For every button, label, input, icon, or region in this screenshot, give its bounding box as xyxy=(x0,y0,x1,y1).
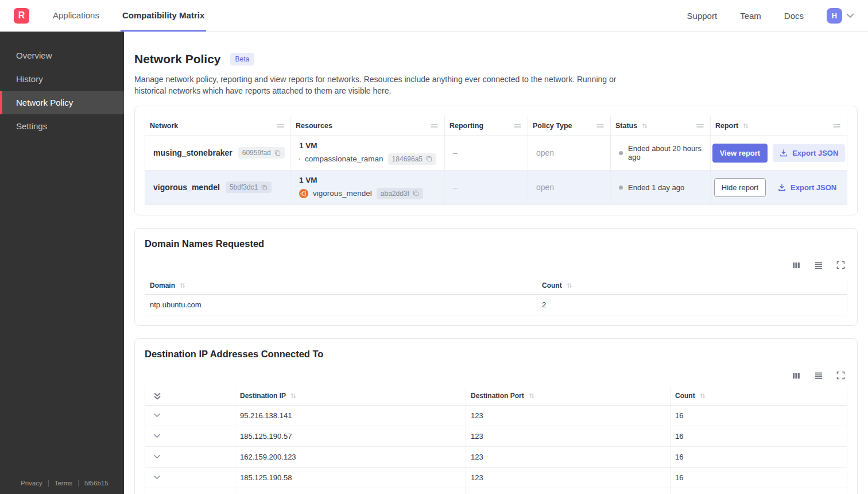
nav-link-team[interactable]: Team xyxy=(740,11,761,21)
row-density-icon[interactable] xyxy=(814,371,823,380)
column-header-destination-port[interactable]: Destination Port xyxy=(466,387,671,405)
resource-count: 1 VM xyxy=(299,141,436,150)
column-menu-icon[interactable] xyxy=(832,124,841,128)
tab-applications[interactable]: Applications xyxy=(51,0,101,32)
sidebar: Overview History Network Policy Settings… xyxy=(0,32,124,494)
footer-link-privacy[interactable]: Privacy xyxy=(21,480,42,487)
network-id-badge: 60959fad xyxy=(238,147,285,159)
chevron-down-icon[interactable] xyxy=(153,434,161,438)
app-logo[interactable]: R xyxy=(14,8,29,24)
sort-icon[interactable] xyxy=(742,122,749,129)
reporting-value: – xyxy=(453,148,520,157)
row-density-icon[interactable] xyxy=(814,261,823,270)
count-value: 16 xyxy=(671,426,847,446)
column-menu-icon[interactable] xyxy=(513,124,522,128)
count-value: 16 xyxy=(671,406,847,426)
column-header-domain[interactable]: Domain xyxy=(145,277,537,294)
destination-row: 185.125.190.57 123 16 xyxy=(145,426,847,447)
count-value: 16 xyxy=(671,447,847,467)
sort-icon[interactable] xyxy=(290,392,297,399)
chevron-down-icon[interactable] xyxy=(153,413,161,418)
card-title: Domain Names Requested xyxy=(145,238,847,249)
destination-ips-card: Destination IP Addresses Connected To xyxy=(134,338,858,494)
network-name: vigorous_mendel xyxy=(153,183,220,192)
columns-icon[interactable] xyxy=(792,371,801,380)
account-menu[interactable]: H xyxy=(827,8,854,24)
column-header-policy-type[interactable]: Policy Type xyxy=(528,116,611,136)
avatar: H xyxy=(827,8,842,24)
networks-table-header: Network Resources Reporting xyxy=(145,116,847,136)
columns-icon[interactable] xyxy=(792,261,801,270)
reporting-value: – xyxy=(453,183,520,192)
card-title: Destination IP Addresses Connected To xyxy=(145,349,847,360)
footer-link-terms[interactable]: Terms xyxy=(55,480,72,487)
tab-compatibility-matrix[interactable]: Compatibility Matrix xyxy=(121,0,206,32)
sidebar-item-history[interactable]: History xyxy=(0,67,124,91)
column-menu-icon[interactable] xyxy=(596,124,604,128)
status-text: Ended about 20 hours ago xyxy=(628,144,702,161)
destinations-table-header: Destination IP Destination Port Count xyxy=(145,387,847,406)
networks-card: Network Resources Reporting xyxy=(134,106,858,215)
copy-icon[interactable] xyxy=(426,156,432,162)
sidebar-item-settings[interactable]: Settings xyxy=(0,114,124,138)
chevron-down-icon[interactable] xyxy=(153,475,161,480)
column-header-count[interactable]: Count xyxy=(671,387,847,405)
download-icon xyxy=(778,183,786,191)
destination-ip-value: 95.216.138.141 xyxy=(235,406,466,426)
nav-link-docs[interactable]: Docs xyxy=(784,11,804,21)
fullscreen-icon[interactable] xyxy=(836,261,845,269)
destination-row: 162.159.200.123 123 16 xyxy=(145,447,847,468)
hide-report-button[interactable]: Hide report xyxy=(714,178,766,197)
copy-icon[interactable] xyxy=(413,190,419,196)
copy-icon[interactable] xyxy=(261,184,268,191)
column-menu-icon[interactable] xyxy=(430,124,439,128)
column-header-reporting[interactable]: Reporting xyxy=(445,116,528,136)
column-menu-icon[interactable] xyxy=(696,124,704,128)
fullscreen-icon[interactable] xyxy=(836,371,845,380)
destination-port-value: 123 xyxy=(466,468,671,488)
status-dot xyxy=(619,151,623,155)
column-header-resources[interactable]: Resources xyxy=(291,116,445,136)
nav-link-support[interactable]: Support xyxy=(687,11,718,21)
chevron-down-icon[interactable] xyxy=(153,454,161,459)
export-json-button[interactable]: Export JSON xyxy=(773,144,845,162)
sidebar-item-overview[interactable]: Overview xyxy=(0,44,124,67)
resource-id-badge: aba2dd3f xyxy=(377,188,423,199)
sort-icon[interactable] xyxy=(566,282,573,289)
double-chevron-down-icon[interactable] xyxy=(153,392,161,400)
primary-tabs: Applications Compatibility Matrix xyxy=(51,0,206,32)
destination-port-value: 123 xyxy=(466,426,671,446)
column-header-count[interactable]: Count xyxy=(537,277,847,294)
view-report-button[interactable]: View report xyxy=(712,144,768,163)
export-json-button[interactable]: Export JSON xyxy=(771,179,843,196)
sidebar-items: Overview History Network Policy Settings xyxy=(0,32,124,138)
vm-os-icon xyxy=(299,189,308,198)
sort-icon[interactable] xyxy=(641,122,648,129)
sidebar-item-network-policy[interactable]: Network Policy xyxy=(0,91,124,114)
status-dot xyxy=(619,186,623,190)
sort-icon[interactable] xyxy=(179,282,186,289)
copy-icon[interactable] xyxy=(274,150,281,156)
column-header-destination-ip[interactable]: Destination IP xyxy=(235,387,466,405)
network-name: musing_stonebraker xyxy=(153,148,232,157)
page-title: Network Policy xyxy=(134,52,221,66)
expand-all-column-header xyxy=(145,387,235,405)
column-header-network[interactable]: Network xyxy=(145,116,291,136)
domain-value: ntp.ubuntu.com xyxy=(145,295,537,315)
main-content: Network Policy Beta Manage network polic… xyxy=(124,32,868,494)
vm-os-icon xyxy=(299,155,300,164)
column-header-report[interactable]: Report xyxy=(711,116,847,136)
resource-name: vigorous_mendel xyxy=(313,189,372,198)
destination-ip-value: 162.159.200.123 xyxy=(235,447,466,467)
footer-separator xyxy=(48,480,49,487)
app-logo-letter: R xyxy=(18,10,25,21)
download-icon xyxy=(780,149,788,157)
sort-icon[interactable] xyxy=(528,392,535,399)
column-header-status[interactable]: Status xyxy=(611,116,711,136)
sort-icon[interactable] xyxy=(699,392,706,399)
policy-type-value: open xyxy=(536,183,602,192)
footer-separator xyxy=(78,480,79,487)
column-menu-icon[interactable] xyxy=(276,124,285,128)
destination-row: 185.125.190.58 123 16 xyxy=(145,468,847,488)
sidebar-footer: Privacy Terms 5f56b15 xyxy=(0,480,124,494)
